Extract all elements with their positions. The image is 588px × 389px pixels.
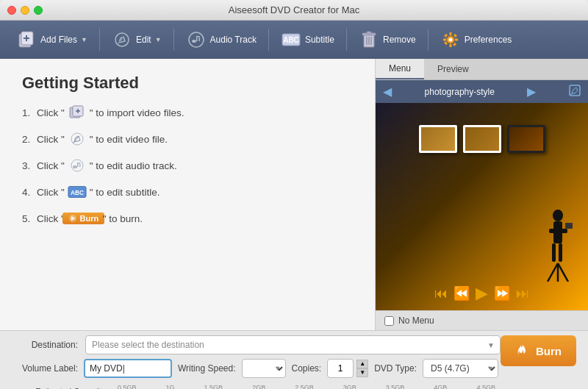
fast-forward-button[interactable]: ⏩ — [494, 285, 510, 301]
step-5-icon: Burn — [68, 210, 100, 226]
remove-icon — [359, 29, 379, 50]
copies-decrement-button[interactable]: ▼ — [356, 368, 368, 377]
destination-select[interactable]: Please select the destination — [85, 335, 501, 354]
svg-point-43 — [553, 210, 563, 221]
getting-started-title: Getting Started — [22, 74, 353, 93]
audio-track-label: Audio Track — [210, 35, 257, 45]
preview-image-area: ⏮ ⏪ ▶ ⏩ ⏭ — [376, 103, 588, 310]
step-4-text-after: " to edit subtitle. — [90, 187, 160, 198]
add-files-label: Add Files — [40, 35, 77, 45]
writing-speed-label: Writing Speed: — [178, 363, 236, 374]
thumb-1 — [419, 125, 457, 153]
preview-panel: Menu Preview ◀ photography-style ▶ — [375, 59, 588, 330]
edit-button[interactable]: Edit ▼ — [104, 25, 169, 54]
divider-3 — [268, 29, 269, 51]
capacity-ticks: 0.5GB 1G 1.5GB 2GB 2.5GB 3GB 3.5GB 4GB 4… — [118, 384, 495, 389]
svg-rect-45 — [549, 229, 567, 233]
copies-increment-button[interactable]: ▲ — [356, 360, 368, 368]
burn-label: Burn — [536, 345, 562, 357]
preferences-button[interactable]: Preferences — [433, 25, 520, 54]
tick-3: 2GB — [252, 384, 265, 389]
edit-style-button[interactable] — [569, 85, 581, 99]
capacity-row: Estimated Capacity: 0.5GB 1G 1.5GB 2GB 2… — [12, 384, 576, 389]
copies-input[interactable] — [327, 359, 354, 378]
estimated-capacity-label: Estimated Capacity: — [12, 387, 107, 390]
add-files-button[interactable]: Add Files ▼ — [9, 25, 95, 54]
step-4-num: 4. — [22, 187, 34, 198]
svg-rect-22 — [443, 39, 446, 41]
window-controls — [7, 6, 43, 15]
remove-button[interactable]: Remove — [351, 25, 423, 54]
prev-style-button[interactable]: ◀ — [383, 85, 392, 99]
preview-thumbnails — [419, 125, 545, 153]
step-2-num: 2. — [22, 134, 34, 145]
volume-label: Volume Label: — [12, 363, 78, 374]
getting-started-panel: Getting Started 1. Click " " to import v… — [0, 59, 375, 330]
step-3-icon — [68, 157, 87, 174]
step-5-text-before: Click " — [37, 213, 65, 224]
svg-text:ABC: ABC — [71, 189, 84, 196]
tab-preview[interactable]: Preview — [424, 59, 482, 79]
subtitle-button[interactable]: ABC Subtitle — [273, 25, 342, 54]
copies-label: Copies: — [292, 363, 322, 374]
tick-0: 0.5GB — [118, 384, 137, 389]
edit-icon — [112, 29, 132, 50]
subtitle-icon: ABC — [281, 29, 301, 50]
dvd-type-select[interactable]: D5 (4.7G) — [423, 359, 498, 378]
audio-track-button[interactable]: Audio Track — [179, 25, 264, 54]
divider-5 — [428, 29, 429, 51]
preview-tabs: Menu Preview — [376, 59, 588, 80]
writing-speed-select[interactable] — [242, 359, 286, 378]
capacity-bar-wrap: 0.5GB 1G 1.5GB 2GB 2.5GB 3GB 3.5GB 4GB 4… — [118, 384, 576, 389]
volume-input[interactable] — [84, 359, 172, 378]
add-files-dropdown-arrow[interactable]: ▼ — [81, 36, 87, 43]
tick-6: 3.5GB — [386, 384, 405, 389]
step-1-icon — [68, 104, 87, 121]
preview-nav: ◀ photography-style ▶ — [376, 80, 588, 103]
destination-row: Destination: Please select the destinati… — [12, 335, 501, 354]
next-style-button[interactable]: ▶ — [527, 85, 536, 99]
divider-1 — [99, 29, 100, 51]
burn-button[interactable]: Burn — [501, 335, 576, 366]
no-menu-label: No Menu — [398, 315, 434, 326]
svg-rect-9 — [198, 38, 200, 41]
main-area: Getting Started 1. Click " " to import v… — [0, 59, 588, 330]
tick-5: 3GB — [343, 384, 356, 389]
svg-point-34 — [73, 165, 77, 168]
svg-rect-25 — [453, 43, 456, 46]
title-bar: Aiseesoft DVD Creator for Mac — [0, 0, 588, 21]
step-1-text-before: Click " — [37, 107, 65, 118]
preview-background: ⏮ ⏪ ▶ ⏩ ⏭ — [376, 103, 588, 310]
maximize-button[interactable] — [34, 6, 43, 15]
rewind-button[interactable]: ⏪ — [453, 285, 470, 301]
skip-back-button[interactable]: ⏮ — [434, 286, 448, 301]
step-2: 2. Click " " to edit video file. — [22, 131, 353, 147]
svg-rect-23 — [455, 39, 458, 41]
step-3: 3. Click " " to edit audio track. — [22, 157, 353, 174]
preview-controls: ⏮ ⏪ ▶ ⏩ ⏭ — [434, 284, 529, 303]
skip-forward-button[interactable]: ⏭ — [516, 286, 529, 301]
close-button[interactable] — [7, 6, 16, 15]
play-button[interactable]: ▶ — [476, 284, 488, 303]
svg-point-19 — [448, 38, 452, 42]
svg-rect-48 — [565, 223, 573, 229]
tab-menu[interactable]: Menu — [376, 59, 424, 79]
thumb-3 — [507, 125, 545, 153]
no-menu-checkbox[interactable] — [384, 316, 394, 326]
step-3-num: 3. — [22, 160, 34, 171]
preferences-icon — [440, 29, 461, 50]
edit-dropdown-arrow[interactable]: ▼ — [155, 36, 162, 43]
style-label: photography-style — [425, 87, 495, 97]
remove-label: Remove — [383, 35, 416, 45]
tick-7: 4GB — [434, 384, 447, 389]
step-5-num: 5. — [22, 213, 34, 224]
dvd-type-label: DVD Type: — [374, 363, 417, 374]
tick-2: 1.5GB — [204, 384, 223, 389]
step-3-text-before: Click " — [37, 160, 65, 171]
minimize-button[interactable] — [21, 6, 29, 15]
step-1-text-after: " to import video files. — [90, 107, 184, 118]
tick-4: 2.5GB — [295, 384, 314, 389]
window-title: Aiseesoft DVD Creator for Mac — [229, 4, 359, 15]
silhouette — [542, 208, 575, 285]
divider-2 — [173, 29, 174, 51]
